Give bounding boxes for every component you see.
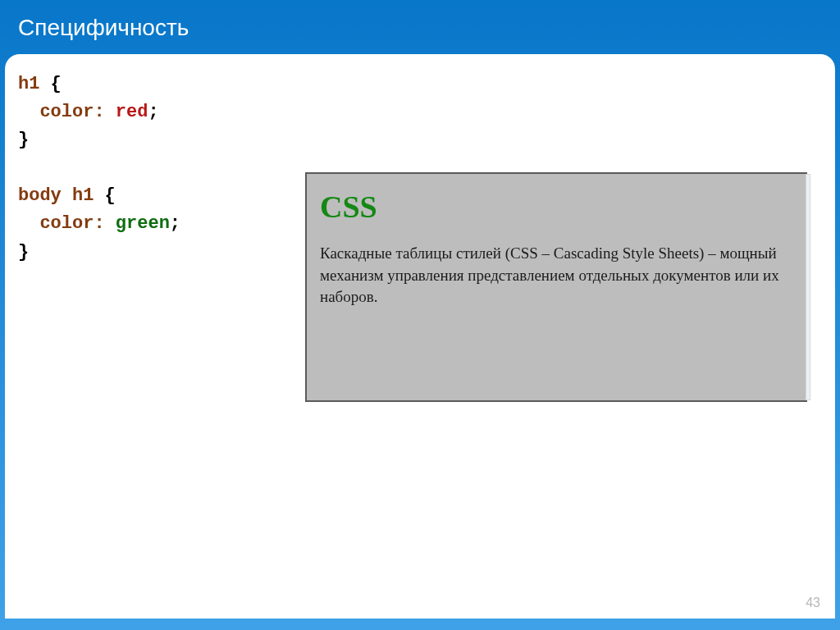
code-brace: { [94,185,115,206]
code-value: green [105,213,170,234]
slide-title: Специфичность [0,0,840,54]
slide-body: h1 { color: red; } body h1 { color: gree… [5,54,835,619]
code-semicolon: ; [170,213,180,234]
code-brace: { [39,74,61,94]
code-selector: body h1 [18,185,94,206]
preview-heading: CSS [320,189,792,225]
rendered-preview: CSS Каскадные таблицы стилей (CSS – Casc… [305,172,807,402]
preview-paragraph: Каскадные таблицы стилей (CSS – Cascadin… [320,243,792,308]
code-selector: h1 [18,74,39,94]
code-property: color: [18,102,105,122]
code-value: red [105,102,148,122]
code-brace: } [18,242,29,262]
page-number: 43 [806,596,820,610]
code-semicolon: ; [148,102,158,122]
code-property: color: [18,213,105,234]
preview-scroll-edge [806,174,810,400]
code-brace: } [18,130,29,150]
